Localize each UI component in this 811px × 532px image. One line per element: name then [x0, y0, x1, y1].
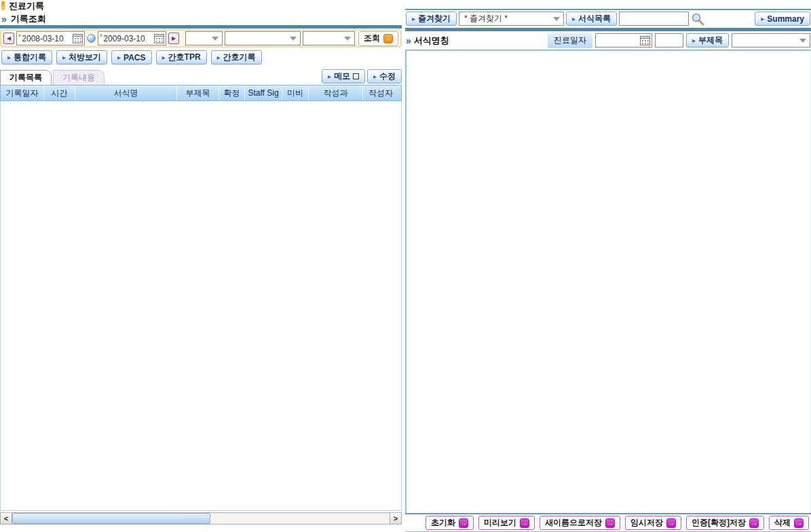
next-date-button[interactable]: ▶	[168, 33, 179, 44]
form-editor-panel: ▸즐겨찾기 * 즐겨찾기 * ▸서식목록 ▸Summary » 서식명칭 진료일…	[405, 9, 811, 532]
calendar-icon[interactable]	[73, 33, 83, 43]
search-button[interactable]: 조회 →	[358, 31, 398, 46]
visit-time-input[interactable]	[655, 33, 683, 48]
filter-select-3[interactable]	[303, 31, 355, 45]
scroll-right-button[interactable]: >	[390, 513, 401, 524]
col-record-date[interactable]: 기록일자	[1, 86, 44, 100]
button-label: 메모	[334, 71, 350, 82]
nursing-record-button[interactable]: ▸간호기록	[211, 50, 262, 64]
page-title-row: 진료기록	[0, 0, 402, 12]
reset-button[interactable]: 초기화→	[426, 516, 474, 530]
magenta-arrow-icon: →	[749, 518, 759, 528]
calendar-icon[interactable]	[154, 33, 164, 43]
favorites-select[interactable]: * 즐겨찾기 *	[459, 12, 564, 26]
button-label: 간호TPR	[168, 52, 201, 63]
summary-button[interactable]: ▸Summary	[755, 12, 810, 26]
scroll-left-button[interactable]: <	[1, 513, 12, 524]
pacs-button[interactable]: ▸PACS	[111, 50, 151, 64]
button-label: 새이름으로저장	[545, 517, 602, 529]
button-label: 처방보기	[69, 52, 101, 63]
record-tabs: 기록목록 기록내용 ▸메모 ▸수정	[0, 66, 402, 85]
chevron-down-icon	[553, 17, 560, 21]
caret-icon: ▸	[62, 54, 66, 61]
scrollbar-thumb[interactable]	[12, 513, 210, 524]
subtitle-button[interactable]: ▸부제목	[686, 33, 729, 48]
required-asterisk-icon: *	[18, 33, 21, 41]
record-search-header: » 기록조회	[0, 12, 402, 25]
caret-icon: ▸	[117, 54, 121, 61]
record-table-body[interactable]	[0, 101, 402, 511]
left-triangle-icon: ◀	[7, 35, 11, 41]
button-label: 초기화	[431, 517, 455, 529]
date-from-field[interactable]: * 2008-03-10	[16, 31, 85, 45]
memo-button[interactable]: ▸메모	[322, 69, 365, 83]
caret-icon: ▸	[7, 54, 11, 61]
tab-record-content[interactable]: 기록내용	[53, 70, 105, 85]
col-author[interactable]: 작성자	[363, 86, 398, 100]
caret-icon: ▸	[162, 54, 166, 61]
col-confirm[interactable]: 확정	[219, 86, 245, 100]
magenta-arrow-icon: →	[605, 518, 615, 528]
button-label: 임시저장	[630, 517, 663, 529]
chevron-down-icon	[290, 37, 297, 41]
subtitle-select[interactable]	[732, 33, 810, 48]
visit-date-field[interactable]	[595, 33, 652, 48]
button-label: 부제목	[698, 35, 723, 46]
save-as-new-name-button[interactable]: 새이름으로저장→	[540, 516, 620, 530]
col-subtitle[interactable]: 부제목	[177, 86, 219, 100]
tab-label: 기록목록	[10, 72, 42, 83]
form-search-input[interactable]	[619, 12, 689, 26]
date-to-field[interactable]: * 2009-03-10	[98, 31, 166, 45]
button-label: 간호기록	[223, 52, 256, 63]
scroll-right-icon: >	[394, 514, 398, 522]
record-search-panel: 진료기록 » 기록조회 ◀ * 2008-03-10 * 2009-03-10 …	[0, 0, 402, 532]
integrated-record-button[interactable]: ▸통합기록	[1, 50, 52, 64]
visit-date-label: 진료일자	[548, 33, 592, 48]
button-label: Summary	[767, 14, 804, 24]
col-time[interactable]: 시간	[44, 86, 75, 100]
magenta-arrow-icon: →	[520, 518, 529, 528]
col-incomplete[interactable]: 미비	[282, 86, 309, 100]
page-title: 진료기록	[9, 0, 44, 12]
search-button-label: 조회	[364, 33, 380, 44]
form-name-header: » 서식명칭 진료일자 ▸부제목	[405, 31, 811, 50]
caret-icon: ▸	[412, 16, 415, 22]
form-list-button[interactable]: ▸서식목록	[566, 12, 617, 26]
magenta-arrow-icon: →	[459, 518, 468, 528]
chevron-down-icon	[212, 37, 219, 41]
chevron-down-icon	[799, 39, 806, 43]
temporary-save-button[interactable]: 임시저장→	[625, 516, 681, 530]
record-nav-buttons: ▸통합기록 ▸처방보기 ▸PACS ▸간호TPR ▸간호기록	[0, 48, 402, 66]
right-triangle-icon: ▶	[172, 35, 176, 41]
magenta-arrow-icon: →	[794, 518, 804, 528]
edit-button[interactable]: ▸수정	[367, 69, 402, 83]
form-content-area[interactable]	[405, 50, 811, 513]
certify-confirm-save-button[interactable]: 인증[확정]저장→	[686, 516, 764, 530]
date-to-value: 2009-03-10	[103, 34, 153, 43]
emr-window: 진료기록 » 기록조회 ◀ * 2008-03-10 * 2009-03-10 …	[0, 0, 811, 532]
delete-button[interactable]: 삭제→	[769, 516, 809, 530]
prev-date-button[interactable]: ◀	[3, 33, 14, 44]
prescription-view-button[interactable]: ▸처방보기	[56, 50, 107, 64]
preview-button[interactable]: 미리보기→	[478, 516, 535, 530]
tab-record-list[interactable]: 기록목록	[0, 70, 52, 85]
horizontal-scrollbar[interactable]: < >	[0, 512, 402, 525]
date-filter-row: ◀ * 2008-03-10 * 2009-03-10 ▶	[0, 29, 402, 48]
form-title: 서식명칭	[414, 35, 449, 47]
orange-arrow-icon: →	[383, 34, 393, 43]
button-label: PACS	[124, 53, 145, 62]
col-department[interactable]: 작성과	[309, 86, 363, 100]
double-chevron-icon: »	[1, 14, 7, 24]
col-staff-sig[interactable]: Staff Sig	[245, 86, 282, 100]
filter-select-2[interactable]	[225, 31, 301, 45]
favorites-button[interactable]: ▸즐겨찾기	[406, 12, 457, 26]
nursing-tpr-button[interactable]: ▸간호TPR	[156, 50, 207, 64]
search-icon[interactable]	[691, 12, 704, 26]
col-form-name[interactable]: 서식명	[75, 86, 177, 100]
filter-select-1[interactable]	[185, 31, 223, 45]
calendar-icon[interactable]	[640, 35, 650, 45]
magenta-arrow-icon: →	[666, 518, 676, 528]
date-from-value: 2008-03-10	[22, 34, 72, 43]
memo-checkbox-icon	[353, 73, 359, 79]
required-asterisk-icon: *	[100, 33, 102, 41]
